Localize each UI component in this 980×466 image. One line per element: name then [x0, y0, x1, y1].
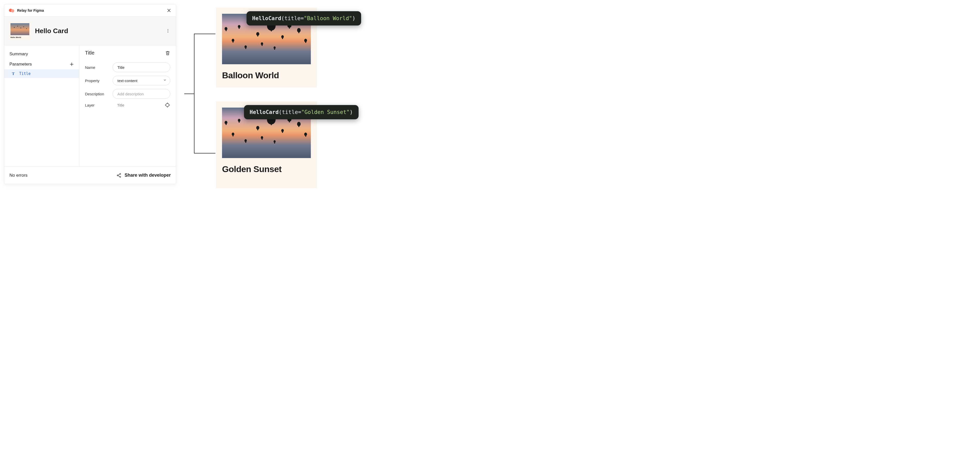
sidebar-summary-label: Summary: [10, 51, 28, 57]
plugin-title: Relay for Figma: [17, 8, 44, 13]
plus-icon: [69, 62, 74, 67]
component-thumbnail: Hello World: [9, 22, 31, 40]
svg-point-3: [166, 103, 169, 107]
delete-parameter-button[interactable]: [165, 51, 170, 55]
sidebar-parameter-title[interactable]: T Title: [4, 69, 79, 78]
component-menu-button[interactable]: [165, 27, 171, 34]
preview-area: Balloon World HelloCard(title="Balloon W…: [194, 8, 388, 186]
component-banner: Hello World Hello Card: [4, 17, 176, 45]
detail-header: Title: [85, 50, 170, 56]
code-fn: HelloCard: [252, 15, 281, 21]
crosshair-icon: [165, 102, 170, 108]
description-label: Description: [85, 92, 108, 96]
trash-icon: [165, 51, 170, 55]
parameter-detail: Title Name Property: [80, 45, 176, 166]
field-name-row: Name: [85, 62, 170, 72]
field-property-row: Property: [85, 76, 170, 86]
description-input[interactable]: [113, 89, 170, 99]
name-input[interactable]: [113, 62, 170, 72]
share-icon: [116, 173, 121, 178]
sidebar-item-summary[interactable]: Summary: [4, 49, 79, 59]
property-select[interactable]: [113, 76, 170, 86]
field-layer-row: Layer Title: [85, 102, 170, 108]
thumbnail-image: [11, 23, 29, 35]
code-arg: title: [284, 15, 301, 21]
error-status: No errors: [10, 173, 27, 178]
share-button-label: Share with developer: [124, 173, 171, 178]
relay-logo-icon: [9, 9, 14, 12]
sidebar-item-parameters[interactable]: Parameters: [4, 59, 79, 69]
locate-layer-button[interactable]: [165, 102, 170, 108]
code-fn: HelloCard: [250, 109, 279, 115]
layer-value: Title: [113, 103, 160, 107]
field-description-row: Description: [85, 89, 170, 99]
relay-plugin-panel: Relay for Figma Hello World Hello Card S…: [4, 4, 176, 184]
share-with-developer-button[interactable]: Share with developer: [116, 173, 171, 178]
card-title: Balloon World: [222, 70, 311, 80]
code-val: "Golden Sunset": [301, 109, 350, 115]
property-label: Property: [85, 79, 108, 83]
code-annotation-1: HelloCard(title="Balloon World"): [247, 11, 361, 25]
sidebar: Summary Parameters T Title: [4, 45, 80, 166]
thumbnail-caption: Hello World: [11, 36, 29, 38]
parameter-item-label: Title: [19, 71, 30, 76]
name-label: Name: [85, 65, 108, 70]
detail-heading: Title: [85, 50, 94, 56]
panel-header: Relay for Figma: [4, 4, 176, 17]
add-parameter-button[interactable]: [69, 62, 74, 67]
component-name: Hello Card: [35, 27, 161, 35]
svg-point-0: [168, 29, 169, 30]
sidebar-parameters-label: Parameters: [10, 62, 32, 67]
panel-footer: No errors Share with developer: [4, 166, 176, 184]
code-val: "Balloon World": [304, 15, 352, 21]
close-button[interactable]: [167, 8, 171, 13]
text-type-icon: T: [12, 71, 14, 76]
svg-point-1: [168, 30, 169, 31]
code-annotation-2: HelloCard(title="Golden Sunset"): [244, 105, 359, 119]
layer-label: Layer: [85, 103, 108, 107]
close-icon: [167, 8, 171, 13]
connector-bracket: [194, 34, 215, 154]
panel-body: Summary Parameters T Title Title N: [4, 45, 176, 166]
code-arg: title: [282, 109, 298, 115]
svg-point-2: [168, 32, 169, 33]
kebab-icon: [165, 29, 170, 33]
card-title: Golden Sunset: [222, 164, 311, 174]
